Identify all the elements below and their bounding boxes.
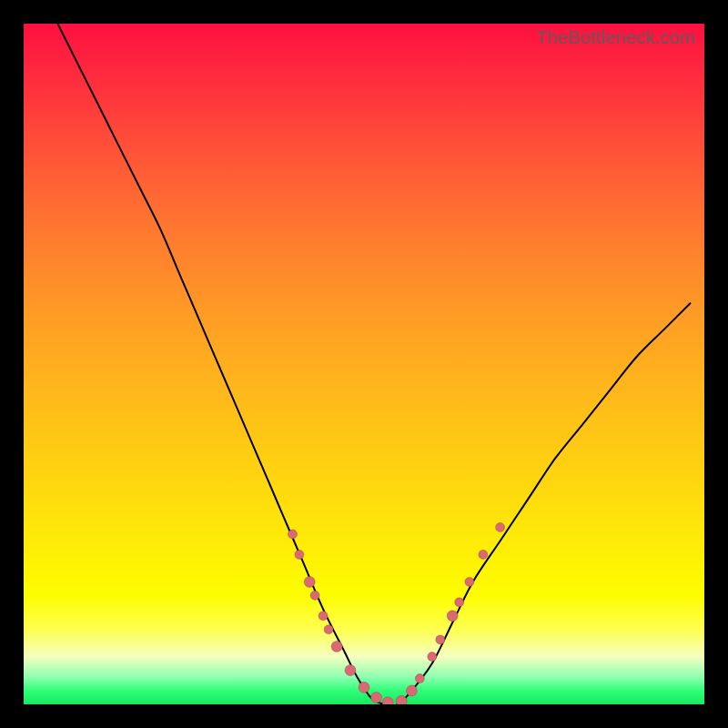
scatter-dot (295, 550, 304, 559)
scatter-dot (496, 523, 505, 532)
scatter-dot (447, 611, 458, 622)
scatter-dot (465, 577, 474, 586)
scatter-dot (324, 625, 333, 634)
scatter-dot (318, 612, 328, 621)
bottleneck-curve (57, 24, 691, 704)
scatter-dots (288, 523, 505, 705)
scatter-dot (455, 598, 464, 607)
scatter-dot (415, 674, 424, 683)
scatter-dot (288, 530, 298, 539)
scatter-dot (479, 550, 488, 559)
chart-svg (24, 24, 704, 704)
scatter-dot (331, 641, 342, 652)
scatter-dot (345, 665, 356, 676)
scatter-dot (382, 697, 393, 704)
chart-frame: TheBottleneck.com (0, 0, 728, 728)
scatter-dot (428, 652, 437, 662)
scatter-dot (396, 695, 407, 704)
scatter-dot (304, 576, 315, 587)
plot-area: TheBottleneck.com (24, 24, 704, 704)
scatter-dot (406, 685, 417, 696)
scatter-dot (371, 693, 382, 703)
scatter-dot (359, 682, 369, 693)
scatter-dot (436, 635, 445, 644)
scatter-dot (310, 591, 319, 600)
